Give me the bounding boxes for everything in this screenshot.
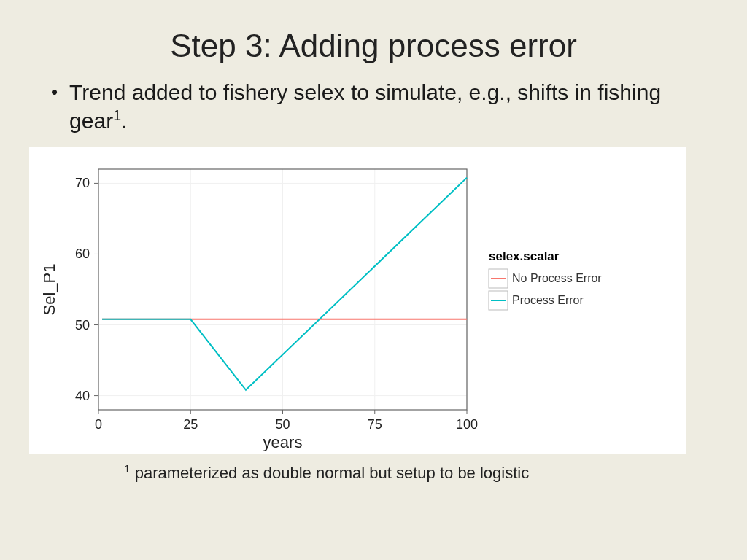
svg-text:Process Error: Process Error	[512, 294, 584, 306]
footnote-text: parameterized as double normal but setup…	[131, 464, 530, 482]
line-chart: 025507510040506070yearsSel_P1selex.scala…	[29, 147, 686, 454]
bullet-sup: 1	[113, 107, 121, 123]
svg-text:No Process Error: No Process Error	[512, 272, 602, 284]
bullet-text-pre: Trend added to fishery selex to simulate…	[69, 80, 661, 133]
svg-text:0: 0	[95, 417, 102, 432]
footnote: 1 parameterized as double normal but set…	[0, 454, 747, 483]
svg-text:70: 70	[75, 176, 90, 190]
bullet-text: Trend added to fishery selex to simulate…	[69, 79, 696, 134]
bullet-list: • Trend added to fishery selex to simula…	[0, 71, 747, 134]
svg-text:25: 25	[183, 417, 198, 432]
svg-text:60: 60	[75, 246, 90, 261]
bullet-text-post: .	[121, 109, 127, 133]
svg-text:selex.scalar: selex.scalar	[489, 249, 560, 263]
svg-text:years: years	[263, 433, 303, 451]
svg-text:Sel_P1: Sel_P1	[40, 264, 58, 316]
svg-text:50: 50	[75, 318, 90, 332]
svg-text:50: 50	[275, 417, 290, 432]
slide-title: Step 3: Adding process error	[0, 0, 747, 71]
bullet-dot-icon: •	[51, 79, 58, 106]
footnote-sup: 1	[124, 462, 131, 475]
svg-text:75: 75	[368, 417, 382, 432]
svg-text:40: 40	[75, 389, 90, 403]
bullet-item: • Trend added to fishery selex to simula…	[51, 79, 696, 134]
chart-container: 025507510040506070yearsSel_P1selex.scala…	[29, 147, 686, 454]
slide: Step 3: Adding process error • Trend add…	[0, 0, 747, 560]
svg-text:100: 100	[456, 417, 478, 432]
